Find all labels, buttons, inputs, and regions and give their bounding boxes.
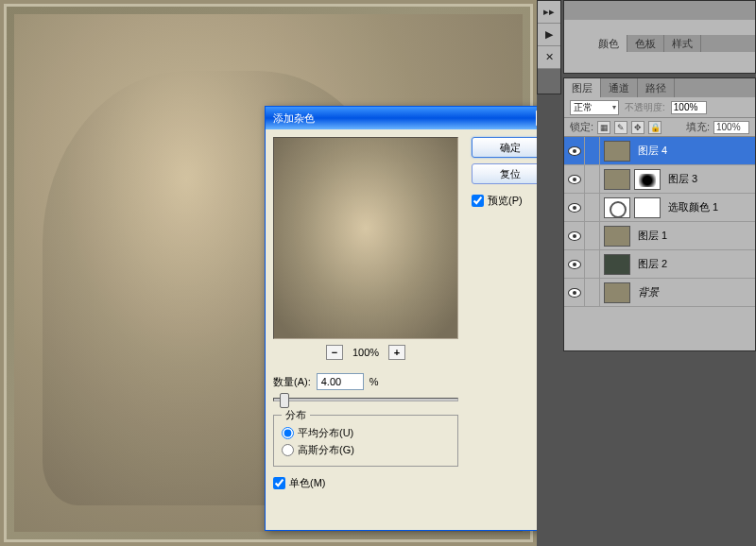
- lock-paint-icon[interactable]: ✎: [614, 121, 627, 134]
- amount-label: 数量(A):: [273, 375, 311, 389]
- zoom-in-button[interactable]: +: [388, 345, 405, 360]
- visibility-toggle[interactable]: [564, 137, 585, 164]
- color-tab-0[interactable]: 颜色: [591, 35, 627, 52]
- layer-name-label[interactable]: 图层 4: [638, 144, 667, 158]
- layers-blend-row: 正常 不透明度: 100%: [564, 97, 755, 118]
- amount-slider[interactable]: [273, 398, 458, 401]
- blend-mode-dropdown[interactable]: 正常: [570, 100, 619, 115]
- eye-icon: [568, 288, 581, 298]
- amount-input[interactable]: [317, 373, 364, 390]
- uniform-label: 平均分布(U): [298, 426, 353, 440]
- eye-icon: [568, 231, 581, 241]
- amount-row: 数量(A): %: [273, 373, 551, 390]
- layers-lock-row: 锁定: ▦ ✎ ✥ 🔒 填充: 100%: [564, 118, 755, 137]
- layer-row[interactable]: 图层 1: [564, 222, 755, 250]
- gaussian-radio-row[interactable]: 高斯分布(G): [282, 443, 450, 457]
- gaussian-label: 高斯分布(G): [298, 443, 354, 457]
- visibility-toggle[interactable]: [564, 250, 585, 278]
- zoom-out-button[interactable]: −: [326, 345, 343, 360]
- layer-thumbnail[interactable]: [604, 141, 630, 162]
- layer-row[interactable]: 图层 4: [564, 137, 755, 165]
- fill-value[interactable]: 100%: [713, 121, 749, 134]
- link-column[interactable]: [585, 137, 600, 164]
- slider-thumb[interactable]: [280, 393, 289, 408]
- layer-list: 图层 4图层 3选取颜色 1图层 1图层 2背景: [564, 137, 755, 350]
- link-column[interactable]: [585, 250, 600, 278]
- preview-checkbox[interactable]: [472, 195, 484, 207]
- dialog-titlebar[interactable]: 添加杂色 ×: [266, 107, 558, 129]
- distribution-group: 分布 平均分布(U) 高斯分布(G): [273, 415, 458, 467]
- uniform-radio-row[interactable]: 平均分布(U): [282, 426, 450, 440]
- opacity-label: 不透明度:: [625, 101, 665, 114]
- lock-move-icon[interactable]: ✥: [631, 121, 644, 134]
- add-noise-dialog: 添加杂色 × − 100% + 数量(A): % 分布 平均分布(U) 高斯分布…: [265, 106, 559, 531]
- zoom-level-text: 100%: [352, 347, 379, 358]
- layer-thumbnail[interactable]: [604, 282, 630, 303]
- preview-check-label: 预览(P): [488, 194, 523, 208]
- layer-name-label[interactable]: 选取颜色 1: [668, 200, 718, 214]
- visibility-toggle[interactable]: [564, 222, 585, 249]
- layer-row[interactable]: 选取颜色 1: [564, 194, 755, 222]
- visibility-toggle[interactable]: [564, 165, 585, 193]
- layer-thumbnail[interactable]: [604, 197, 630, 218]
- opacity-value[interactable]: 100%: [671, 101, 707, 114]
- dialog-title-text: 添加杂色: [273, 111, 315, 126]
- eye-icon: [568, 175, 581, 184]
- color-tabs: 颜色色板样式: [591, 35, 755, 52]
- layer-thumbnail[interactable]: [604, 169, 630, 190]
- layer-thumbnail[interactable]: [604, 254, 630, 275]
- layers-tab-2[interactable]: 路径: [638, 78, 675, 97]
- layer-thumbnail[interactable]: [604, 226, 630, 247]
- layer-row[interactable]: 图层 3: [564, 165, 755, 194]
- layer-name-label[interactable]: 背景: [638, 285, 659, 299]
- mono-label: 单色(M): [289, 476, 326, 490]
- eye-icon: [568, 260, 581, 269]
- preview-zoom-controls: − 100% +: [273, 345, 458, 360]
- layers-panel: 图层通道路径 正常 不透明度: 100% 锁定: ▦ ✎ ✥ 🔒 填充: 100…: [563, 77, 756, 351]
- color-tab-1[interactable]: 色板: [627, 35, 664, 52]
- uniform-radio[interactable]: [282, 427, 294, 439]
- link-column[interactable]: [585, 194, 600, 221]
- eye-icon: [568, 203, 581, 213]
- mono-check-row[interactable]: 单色(M): [273, 476, 551, 490]
- eye-icon: [568, 146, 581, 156]
- monochrome-checkbox[interactable]: [273, 477, 285, 489]
- layer-row[interactable]: 图层 2: [564, 250, 755, 279]
- lock-label: 锁定:: [570, 120, 593, 134]
- layer-row[interactable]: 背景: [564, 279, 755, 307]
- link-column[interactable]: [585, 279, 600, 306]
- layer-mask-thumbnail[interactable]: [634, 169, 661, 190]
- noise-preview-image[interactable]: [273, 137, 458, 339]
- fill-label: 填充:: [686, 120, 710, 134]
- dialog-body: − 100% + 数量(A): % 分布 平均分布(U) 高斯分布(G) 单: [266, 129, 558, 530]
- lock-transparent-icon[interactable]: ▦: [597, 121, 610, 134]
- lock-all-icon[interactable]: 🔒: [648, 121, 662, 134]
- play-icon[interactable]: ▶: [538, 24, 560, 46]
- layer-name-label[interactable]: 图层 3: [668, 172, 697, 186]
- gaussian-radio[interactable]: [282, 444, 294, 456]
- visibility-toggle[interactable]: [564, 279, 585, 306]
- distribution-title: 分布: [282, 408, 310, 422]
- visibility-toggle[interactable]: [564, 194, 585, 221]
- link-column[interactable]: [585, 165, 600, 193]
- layers-tab-1[interactable]: 通道: [601, 78, 638, 97]
- layer-mask-thumbnail[interactable]: [634, 197, 661, 218]
- layers-tab-0[interactable]: 图层: [564, 78, 601, 97]
- color-panel: 颜色色板样式: [563, 0, 756, 74]
- layers-tabs: 图层通道路径: [564, 78, 755, 97]
- top-panel-tabstrip: [564, 1, 755, 20]
- arrow-icon[interactable]: ▸▸: [538, 1, 560, 24]
- amount-unit: %: [369, 376, 379, 387]
- right-panel-dock: ▸▸ ▶ ✕ 颜色色板样式 图层通道路径 正常 不透明度: 100% 锁定: ▦…: [537, 0, 756, 546]
- link-column[interactable]: [585, 222, 600, 249]
- layer-name-label[interactable]: 图层 2: [638, 257, 667, 271]
- tool-strip: ▸▸ ▶ ✕: [537, 0, 561, 94]
- color-tab-2[interactable]: 样式: [664, 35, 701, 52]
- tools-icon[interactable]: ✕: [538, 46, 560, 69]
- layer-name-label[interactable]: 图层 1: [638, 229, 667, 243]
